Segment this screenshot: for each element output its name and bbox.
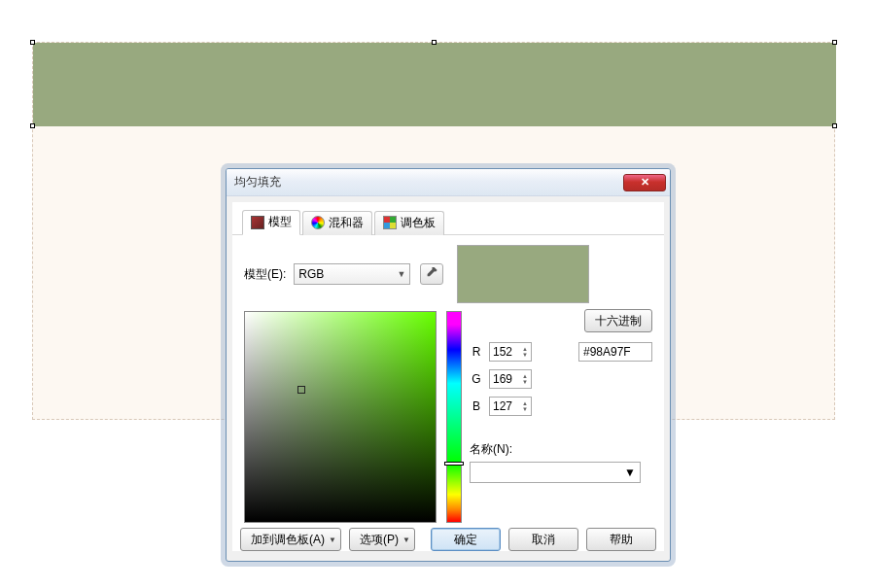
tab-palette-label: 调色板 xyxy=(401,215,436,231)
tab-model[interactable]: 模型 xyxy=(242,210,300,235)
chevron-down-icon: ▼ xyxy=(624,466,636,479)
model-select-label: 模型(E): xyxy=(244,266,286,283)
dialog-title: 均匀填充 xyxy=(234,174,623,190)
selected-shape[interactable] xyxy=(33,43,836,126)
uniform-fill-dialog: 均匀填充 ✕ 模型 混和器 调色板 模型(E): RGB ▼ xyxy=(226,168,671,562)
cancel-button[interactable]: 取消 xyxy=(508,528,578,551)
spinner-icon[interactable]: ▲▼ xyxy=(522,400,528,412)
mixer-icon xyxy=(311,216,325,229)
panel-body: 模型(E): RGB ▼ 十六进制 xyxy=(232,235,664,551)
tab-palette[interactable]: 调色板 xyxy=(374,211,444,235)
hex-input[interactable]: #98A97F xyxy=(578,342,652,362)
dialog-buttons: 加到调色板(A) ▼ 选项(P) ▼ 确定 取消 帮助 xyxy=(240,528,656,551)
resize-handle-tc[interactable] xyxy=(432,40,437,45)
spinner-icon[interactable]: ▲▼ xyxy=(522,346,528,358)
close-button[interactable]: ✕ xyxy=(623,174,666,191)
model-icon xyxy=(251,216,264,229)
resize-handle-tl[interactable] xyxy=(30,40,35,45)
sv-marker[interactable] xyxy=(297,386,305,394)
g-input[interactable]: 169 ▲▼ xyxy=(489,369,532,389)
chevron-down-icon: ▼ xyxy=(329,536,336,544)
palette-icon xyxy=(383,216,397,229)
options-button[interactable]: 选项(P) ▼ xyxy=(349,528,415,551)
titlebar[interactable]: 均匀填充 ✕ xyxy=(227,169,670,196)
hue-slider[interactable] xyxy=(446,311,462,523)
add-to-palette-button[interactable]: 加到调色板(A) ▼ xyxy=(240,528,341,551)
chevron-down-icon: ▼ xyxy=(397,269,405,279)
help-button[interactable]: 帮助 xyxy=(586,528,656,551)
ok-button[interactable]: 确定 xyxy=(431,528,501,551)
b-label: B xyxy=(470,399,483,413)
eyedropper-button[interactable] xyxy=(420,263,443,285)
eyedropper-icon xyxy=(425,267,438,281)
tab-mixer[interactable]: 混和器 xyxy=(302,211,372,235)
model-select[interactable]: RGB ▼ xyxy=(294,263,410,285)
saturation-value-picker[interactable] xyxy=(244,311,437,523)
resize-handle-ml[interactable] xyxy=(30,123,35,128)
r-label: R xyxy=(470,345,483,359)
hex-toggle-button[interactable]: 十六进制 xyxy=(584,309,652,332)
resize-handle-mr[interactable] xyxy=(832,123,837,128)
spinner-icon[interactable]: ▲▼ xyxy=(522,373,528,385)
tab-strip: 模型 混和器 调色板 xyxy=(232,202,664,235)
hue-marker[interactable] xyxy=(444,462,464,466)
r-input[interactable]: 152 ▲▼ xyxy=(489,342,532,362)
name-select[interactable]: ▼ xyxy=(470,462,641,483)
name-label: 名称(N): xyxy=(470,441,641,458)
model-select-value: RGB xyxy=(298,267,324,281)
close-icon: ✕ xyxy=(641,176,649,189)
color-preview xyxy=(457,245,589,303)
resize-handle-tr[interactable] xyxy=(832,40,837,45)
chevron-down-icon: ▼ xyxy=(402,536,410,544)
b-input[interactable]: 127 ▲▼ xyxy=(489,397,532,416)
tab-mixer-label: 混和器 xyxy=(329,215,364,231)
g-label: G xyxy=(470,372,483,386)
tab-model-label: 模型 xyxy=(268,214,292,230)
